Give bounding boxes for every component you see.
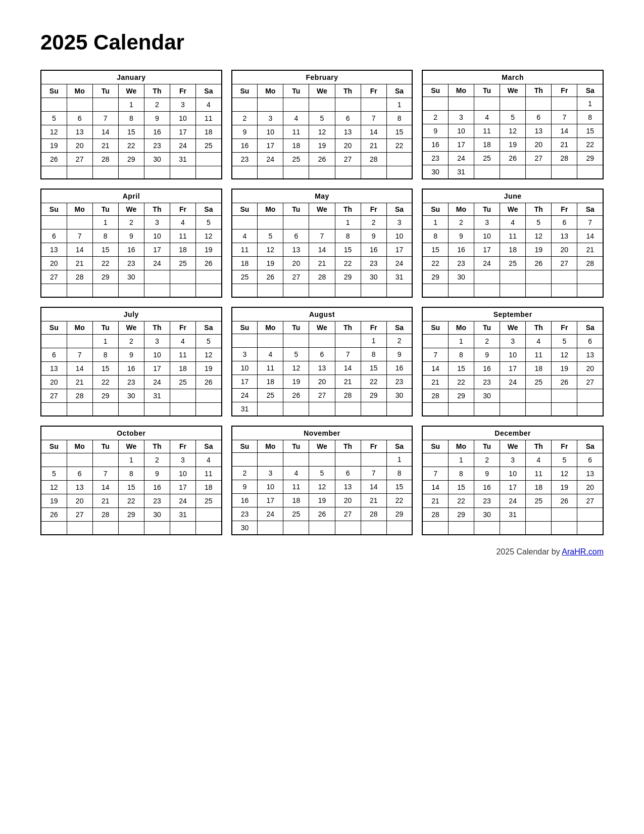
calendar-day: 20 xyxy=(67,138,92,152)
table-row: 123456 xyxy=(422,453,603,467)
day-header-th: Th xyxy=(144,440,170,453)
calendar-day: 3 xyxy=(144,216,170,229)
table-row: 28293031 xyxy=(422,508,603,522)
day-header-fr: Fr xyxy=(552,321,577,335)
table-row xyxy=(41,403,222,416)
table-row xyxy=(41,522,222,535)
table-row: 21222324252627 xyxy=(422,376,603,389)
calendar-day: 10 xyxy=(232,361,258,375)
calendar-day: 29 xyxy=(422,270,448,284)
table-row: 22232425262728 xyxy=(422,257,603,270)
calendar-day xyxy=(361,521,386,535)
calendar-day: 7 xyxy=(577,216,603,229)
calendar-day: 11 xyxy=(500,229,526,243)
calendar-day: 19 xyxy=(526,243,552,257)
day-header-sa: Sa xyxy=(196,203,222,216)
calendar-day xyxy=(335,284,361,297)
calendar-day: 25 xyxy=(526,494,552,508)
calendar-day xyxy=(577,522,603,535)
calendar-day: 28 xyxy=(361,152,386,166)
calendar-day: 25 xyxy=(170,376,195,389)
calendar-day: 13 xyxy=(577,348,603,362)
footer-link[interactable]: AraHR.com xyxy=(562,547,604,556)
calendar-day: 24 xyxy=(144,376,170,389)
calendar-day xyxy=(422,453,448,467)
month-table-january: JanuarySuMoTuWeThFrSa1234567891011121314… xyxy=(40,70,222,179)
calendar-day: 16 xyxy=(474,362,500,376)
table-row: 282930 xyxy=(422,389,603,403)
calendar-day xyxy=(577,284,603,297)
calendar-day xyxy=(500,389,526,403)
calendar-day: 1 xyxy=(448,335,474,348)
calendar-day: 16 xyxy=(144,125,170,138)
calendar-day: 13 xyxy=(577,467,603,481)
calendar-day: 3 xyxy=(144,335,170,348)
calendar-day: 24 xyxy=(386,257,412,270)
calendar-day: 6 xyxy=(283,229,309,243)
table-row: 1234 xyxy=(41,98,222,111)
calendar-day: 15 xyxy=(118,125,144,138)
calendar-day: 31 xyxy=(500,508,526,522)
calendar-day: 17 xyxy=(500,362,526,376)
calendar-day: 5 xyxy=(41,111,67,125)
calendar-day xyxy=(422,403,448,416)
calendar-day: 18 xyxy=(474,138,500,152)
table-row xyxy=(422,403,603,416)
calendar-day: 13 xyxy=(41,362,67,376)
day-header-th: Th xyxy=(335,203,361,216)
calendar-day: 24 xyxy=(258,507,283,521)
calendar-day: 11 xyxy=(283,480,309,493)
calendar-day: 27 xyxy=(526,152,552,165)
table-row: 24252627282930 xyxy=(232,388,413,402)
calendar-day: 11 xyxy=(232,243,258,257)
calendar-day xyxy=(577,165,603,179)
calendar-day: 28 xyxy=(361,507,386,521)
calendar-grid: JanuarySuMoTuWeThFrSa1234567891011121314… xyxy=(40,70,604,535)
calendar-day: 27 xyxy=(283,270,309,284)
calendar-day: 9 xyxy=(144,111,170,125)
day-header-tu: Tu xyxy=(283,203,309,216)
calendar-day xyxy=(361,166,386,179)
calendar-day: 17 xyxy=(170,481,195,494)
calendar-day: 4 xyxy=(196,98,222,111)
table-row: 6789101112 xyxy=(41,229,222,243)
calendar-day: 17 xyxy=(144,362,170,376)
calendar-day xyxy=(258,284,283,297)
calendar-day: 10 xyxy=(448,124,474,138)
table-row: 12345 xyxy=(41,335,222,348)
calendar-day: 30 xyxy=(474,389,500,403)
day-header-sa: Sa xyxy=(196,84,222,98)
calendar-day: 4 xyxy=(232,229,258,243)
calendar-day: 1 xyxy=(386,98,412,111)
calendar-day xyxy=(386,521,412,535)
day-header-fr: Fr xyxy=(170,321,195,335)
calendar-day xyxy=(552,508,577,522)
calendar-day: 27 xyxy=(335,507,361,521)
calendar-day: 7 xyxy=(67,348,92,362)
calendar-day: 11 xyxy=(474,124,500,138)
calendar-day xyxy=(232,284,258,297)
calendar-day xyxy=(422,335,448,348)
calendar-day: 15 xyxy=(422,243,448,257)
table-row: 9101112131415 xyxy=(232,125,413,138)
calendar-day: 4 xyxy=(170,335,195,348)
calendar-day: 27 xyxy=(41,389,67,403)
calendar-day: 28 xyxy=(552,152,577,165)
calendar-day: 1 xyxy=(92,335,118,348)
calendar-day: 28 xyxy=(422,389,448,403)
calendar-day xyxy=(41,453,67,467)
calendar-day: 26 xyxy=(500,152,526,165)
calendar-day: 3 xyxy=(170,453,195,467)
calendar-day xyxy=(309,402,335,416)
calendar-day xyxy=(41,98,67,111)
calendar-day xyxy=(41,335,67,348)
calendar-day: 9 xyxy=(474,348,500,362)
day-header-mo: Mo xyxy=(67,203,92,216)
calendar-day xyxy=(283,452,309,466)
calendar-day: 2 xyxy=(386,334,412,347)
table-row: 1 xyxy=(232,98,413,111)
calendar-day: 16 xyxy=(118,362,144,376)
table-row xyxy=(422,522,603,535)
calendar-day xyxy=(422,284,448,297)
calendar-day: 16 xyxy=(232,138,258,152)
